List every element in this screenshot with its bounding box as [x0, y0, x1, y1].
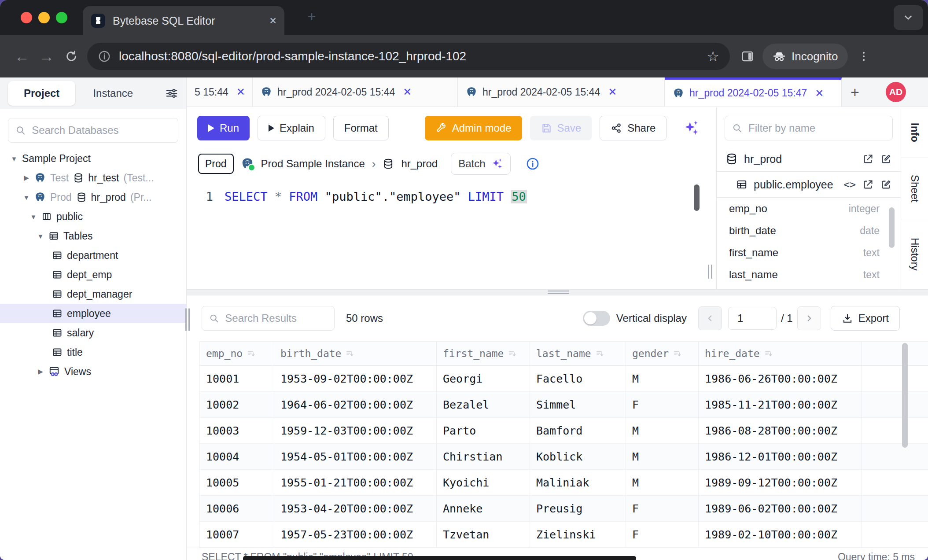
- traffic-light-zoom[interactable]: [56, 12, 67, 23]
- table-cell[interactable]: M: [626, 418, 699, 443]
- next-page-button[interactable]: [797, 306, 821, 330]
- close-icon[interactable]: ✕: [608, 86, 617, 98]
- table-cell[interactable]: Tzvetan: [437, 522, 530, 547]
- sidebar-resize-handle[interactable]: [185, 308, 190, 331]
- schema-table-row[interactable]: public.employee <>: [717, 172, 901, 198]
- tree-node-views[interactable]: ▶ Views: [0, 362, 186, 381]
- external-link-icon[interactable]: [862, 179, 874, 191]
- column-header[interactable]: first_name: [437, 342, 530, 365]
- results-search-input[interactable]: [224, 312, 327, 325]
- vertical-display-toggle[interactable]: [583, 311, 610, 326]
- run-button[interactable]: Run: [197, 116, 250, 140]
- divider-drag-handle[interactable]: [548, 291, 569, 294]
- close-icon[interactable]: ✕: [236, 86, 245, 98]
- sort-icon[interactable]: [346, 349, 354, 358]
- editor-tab-1[interactable]: 5 15:44 ✕: [187, 77, 253, 107]
- edit-icon[interactable]: [880, 179, 892, 191]
- tree-node-schema-public[interactable]: ▼ public: [0, 207, 186, 226]
- tree-node-table-employee-selected[interactable]: employee: [0, 304, 186, 323]
- browser-new-tab-button[interactable]: +: [298, 8, 325, 25]
- tree-node-table-salary[interactable]: salary: [0, 323, 186, 343]
- tree-node-project[interactable]: ▼ Sample Project: [0, 149, 186, 168]
- column-header[interactable]: emp_no: [200, 342, 274, 365]
- column-row[interactable]: birth_date date: [717, 220, 901, 242]
- save-button[interactable]: Save: [530, 116, 592, 140]
- table-cell[interactable]: Facello: [530, 366, 626, 391]
- tree-node-hr-prod[interactable]: ▼ Prod hr_prod (Pr...: [0, 188, 186, 207]
- database-name[interactable]: hr_prod: [401, 158, 438, 170]
- table-cell[interactable]: 1989-02-10T00:00:00Z: [699, 522, 862, 547]
- table-cell[interactable]: 1955-01-21T00:00:00Z: [274, 470, 437, 495]
- batch-button[interactable]: Batch: [451, 153, 510, 175]
- table-cell[interactable]: 1986-08-28T00:00:00Z: [699, 418, 862, 443]
- traffic-light-minimize[interactable]: [38, 12, 50, 23]
- horizontal-scrollbar-thumb[interactable]: [243, 556, 636, 560]
- editor-tab-3[interactable]: hr_prod 2024-02-05 15:44 ✕: [458, 77, 665, 107]
- caret-right-icon[interactable]: ▶: [37, 368, 44, 376]
- close-icon[interactable]: ✕: [815, 87, 824, 99]
- table-cell[interactable]: Anneke: [437, 496, 530, 521]
- table-cell[interactable]: 10006: [200, 496, 274, 521]
- tree-node-table-dept-emp[interactable]: dept_emp: [0, 265, 186, 284]
- schema-filter[interactable]: [725, 116, 893, 140]
- explain-button[interactable]: Explain: [258, 116, 325, 140]
- table-cell[interactable]: F: [626, 496, 699, 521]
- ai-sparkle-icon[interactable]: [681, 119, 700, 137]
- new-editor-tab-button[interactable]: +: [842, 77, 868, 107]
- column-header[interactable]: hire_date: [699, 342, 862, 365]
- column-header[interactable]: gender: [626, 342, 699, 365]
- side-panel-icon[interactable]: [740, 49, 755, 63]
- info-circle-icon[interactable]: [526, 157, 540, 171]
- database-search[interactable]: [8, 118, 178, 143]
- admin-mode-button[interactable]: Admin mode: [425, 116, 522, 140]
- tab-list-chevron-button[interactable]: [894, 5, 923, 30]
- close-icon[interactable]: ✕: [403, 86, 412, 98]
- user-avatar[interactable]: AD: [886, 82, 906, 102]
- column-header[interactable]: last_name: [530, 342, 626, 365]
- table-cell[interactable]: Zielinski: [530, 522, 626, 547]
- results-search[interactable]: [202, 306, 335, 331]
- tab-sheet[interactable]: Sheet: [901, 158, 928, 219]
- caret-down-icon[interactable]: ▼: [23, 194, 30, 201]
- instance-name[interactable]: Prod Sample Instance: [261, 158, 365, 170]
- table-cell[interactable]: 1989-06-02T00:00:00Z: [699, 496, 862, 521]
- sql-editor[interactable]: 1 SELECT * FROM "public"."employee" LIMI…: [187, 178, 716, 289]
- tab-history[interactable]: History: [901, 219, 928, 289]
- panel-divider[interactable]: [187, 289, 928, 295]
- panel-resize-handle[interactable]: [708, 265, 712, 279]
- results-scrollbar-thumb[interactable]: [902, 343, 908, 448]
- table-cell[interactable]: 10001: [200, 366, 274, 391]
- table-cell[interactable]: F: [626, 522, 699, 547]
- table-cell[interactable]: Maliniak: [530, 470, 626, 495]
- caret-right-icon[interactable]: ▶: [23, 174, 30, 182]
- table-cell[interactable]: 1959-12-03T00:00:00Z: [274, 418, 437, 443]
- tab-info[interactable]: Info: [901, 107, 928, 158]
- page-input[interactable]: [728, 307, 777, 330]
- table-cell[interactable]: 10007: [200, 522, 274, 547]
- bookmark-star-icon[interactable]: ☆: [707, 48, 719, 65]
- sort-icon[interactable]: [596, 349, 604, 358]
- column-header[interactable]: birth_date: [274, 342, 437, 365]
- table-cell[interactable]: 10005: [200, 470, 274, 495]
- database-search-input[interactable]: [31, 124, 171, 137]
- tree-node-hr-test[interactable]: ▶ Test hr_test (Test...: [0, 168, 186, 188]
- editor-scrollbar-thumb[interactable]: [694, 184, 700, 211]
- table-cell[interactable]: 1985-11-21T00:00:00Z: [699, 392, 862, 417]
- traffic-light-close[interactable]: [21, 12, 32, 23]
- table-cell[interactable]: 10003: [200, 418, 274, 443]
- site-info-icon[interactable]: [98, 50, 111, 63]
- tree-node-tables[interactable]: ▼ Tables: [0, 226, 186, 246]
- tab-instance[interactable]: Instance: [93, 87, 133, 99]
- column-row[interactable]: emp_no integer: [717, 198, 901, 220]
- reload-button[interactable]: [59, 50, 84, 63]
- back-button[interactable]: ←: [10, 48, 34, 65]
- external-link-icon[interactable]: [862, 153, 874, 165]
- table-cell[interactable]: Bamford: [530, 418, 626, 443]
- editor-tab-2[interactable]: hr_prod 2024-02-05 15:44 ✕: [253, 77, 458, 107]
- column-row[interactable]: first_name text: [717, 242, 901, 264]
- sort-icon[interactable]: [764, 349, 773, 358]
- format-button[interactable]: Format: [333, 116, 389, 140]
- table-cell[interactable]: 1957-05-23T00:00:00Z: [274, 522, 437, 547]
- table-cell[interactable]: 1986-12-01T00:00:00Z: [699, 444, 862, 469]
- table-cell[interactable]: 1986-06-26T00:00:00Z: [699, 366, 862, 391]
